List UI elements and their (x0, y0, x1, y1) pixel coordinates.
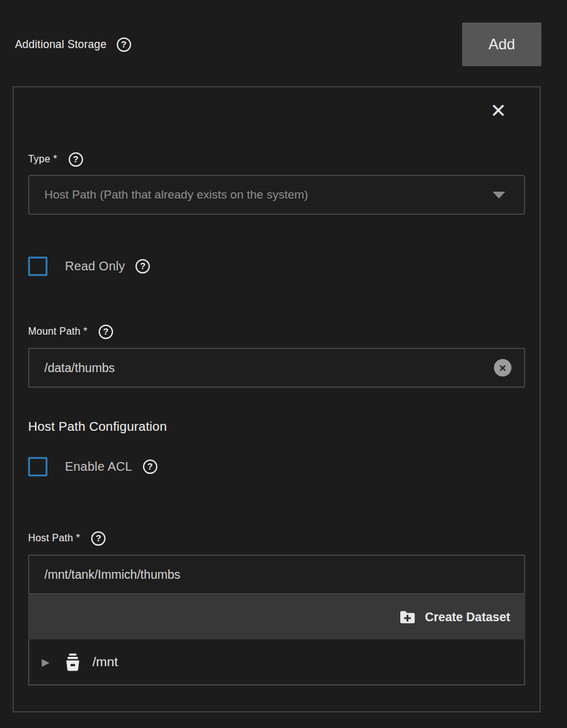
add-button[interactable]: Add (462, 22, 541, 66)
type-select[interactable]: Host Path (Path that already exists on t… (28, 175, 525, 215)
dataset-browser-toolbar: Create Dataset (28, 594, 525, 639)
page-title: Additional Storage (15, 38, 107, 51)
clear-icon[interactable]: ✕ (494, 359, 511, 376)
type-select-value: Host Path (Path that already exists on t… (44, 188, 308, 202)
dataset-browser: Create Dataset ▶ /mnt (28, 554, 525, 686)
create-dataset-button[interactable]: Create Dataset (398, 608, 510, 626)
enable-acl-label: Enable ACL (65, 460, 132, 474)
expand-arrow-icon[interactable]: ▶ (38, 656, 53, 668)
type-label-row: Type * ? (28, 151, 525, 167)
dataset-icon (63, 652, 82, 672)
type-label: Type * (28, 154, 57, 165)
read-only-label: Read Only (65, 259, 125, 273)
mount-path-input[interactable] (28, 348, 525, 388)
dataset-tree: ▶ /mnt (28, 639, 525, 686)
enable-acl-row: Enable ACL ? (28, 455, 525, 478)
tree-node-label: /mnt (92, 654, 118, 669)
close-icon[interactable]: ✕ (490, 99, 506, 124)
help-icon[interactable]: ? (91, 531, 106, 546)
mount-path-label-row: Mount Path * ? (28, 323, 525, 340)
help-icon[interactable]: ? (136, 259, 150, 273)
help-icon[interactable]: ? (69, 152, 83, 167)
host-path-configuration-heading: Host Path Configuration (28, 419, 525, 436)
help-icon[interactable]: ? (143, 460, 157, 474)
tree-row-mnt[interactable]: ▶ /mnt (29, 639, 524, 684)
read-only-checkbox[interactable] (28, 257, 47, 276)
host-path-label: Host Path * (28, 533, 80, 544)
folder-plus-icon (398, 608, 417, 626)
help-icon[interactable]: ? (117, 37, 131, 52)
create-dataset-label: Create Dataset (425, 610, 510, 624)
read-only-row: Read Only ? (28, 255, 525, 277)
storage-item-panel: ✕ Type * ? Host Path (Path that already … (12, 86, 541, 712)
mount-path-label: Mount Path * (28, 326, 87, 337)
help-icon[interactable]: ? (99, 325, 113, 339)
host-path-input[interactable] (28, 554, 525, 594)
additional-storage-header: Additional Storage ? Add (0, 0, 567, 66)
chevron-down-icon (493, 192, 505, 199)
enable-acl-checkbox[interactable] (28, 457, 47, 476)
host-path-label-row: Host Path * ? (28, 530, 525, 546)
